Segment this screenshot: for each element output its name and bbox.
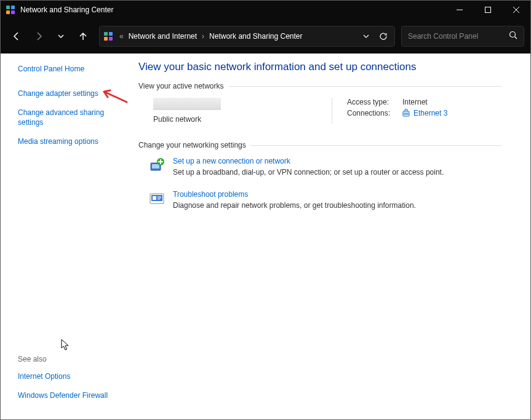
sidebar-advanced-link[interactable]: Change advanced sharing settings: [18, 108, 121, 127]
active-network-block: Public network Access type: Internet Con…: [138, 98, 501, 124]
breadcrumb-parent[interactable]: Network and Internet: [126, 31, 199, 42]
access-type-value: Internet: [402, 98, 428, 106]
page-title: View your basic network information and …: [138, 61, 501, 73]
search-box[interactable]: [401, 26, 524, 47]
location-icon: [103, 31, 113, 41]
sidebar: Control Panel Home Change adapter settin…: [1, 53, 130, 419]
sidebar-home-link[interactable]: Control Panel Home: [18, 65, 121, 74]
window-title: Network and Sharing Center: [20, 6, 445, 14]
recent-dropdown[interactable]: [51, 26, 71, 46]
see-also-label: See also: [18, 355, 121, 363]
minimize-button[interactable]: [445, 1, 474, 19]
maximize-button[interactable]: [474, 1, 502, 19]
svg-rect-2: [6, 10, 10, 14]
troubleshoot-icon: [148, 190, 166, 207]
svg-rect-8: [104, 32, 108, 36]
svg-rect-24: [153, 196, 156, 200]
window-controls: [445, 1, 530, 19]
sidebar-media-link[interactable]: Media streaming options: [18, 137, 121, 147]
sidebar-adapter-link[interactable]: Change adapter settings: [18, 89, 121, 99]
troubleshoot-link[interactable]: Troubleshoot problems: [173, 190, 416, 199]
svg-rect-9: [109, 32, 113, 36]
ethernet-icon: [402, 109, 410, 117]
breadcrumb-current[interactable]: Network and Sharing Center: [207, 31, 305, 42]
chevron-right-icon: ›: [202, 32, 204, 41]
sidebar-firewall-link[interactable]: Windows Defender Firewall: [18, 391, 121, 401]
main-panel: View your basic network information and …: [130, 53, 530, 419]
svg-rect-3: [11, 10, 15, 14]
back-button[interactable]: [7, 26, 26, 46]
close-button[interactable]: [502, 1, 530, 19]
search-input[interactable]: [408, 32, 509, 41]
content-area: Control Panel Home Change adapter settin…: [1, 53, 530, 419]
svg-rect-1: [11, 6, 15, 9]
active-networks-header: View your active networks: [138, 82, 501, 90]
search-icon[interactable]: [509, 31, 517, 42]
address-bar[interactable]: « Network and Internet › Network and Sha…: [99, 26, 395, 47]
breadcrumb-back-chevron[interactable]: «: [119, 32, 124, 41]
setup-connection-item: Set up a new connection or network Set u…: [138, 157, 501, 176]
refresh-button[interactable]: [376, 29, 391, 44]
svg-point-12: [510, 32, 516, 38]
svg-rect-10: [104, 37, 108, 41]
network-type: Public network: [153, 115, 332, 124]
change-settings-header: Change your networking settings: [138, 141, 501, 149]
sidebar-internet-options-link[interactable]: Internet Options: [18, 372, 121, 382]
access-type-label: Access type:: [347, 98, 402, 106]
network-name-redacted: [153, 98, 221, 110]
svg-rect-20: [152, 164, 159, 168]
app-icon: [6, 5, 15, 15]
svg-rect-0: [6, 6, 10, 9]
navigation-bar: « Network and Internet › Network and Sha…: [1, 19, 530, 53]
titlebar: Network and Sharing Center: [1, 1, 530, 19]
svg-rect-5: [485, 7, 491, 13]
setup-connection-desc: Set up a broadband, dial-up, or VPN conn…: [173, 168, 444, 176]
troubleshoot-desc: Diagnose and repair network problems, or…: [173, 201, 416, 210]
up-button[interactable]: [73, 26, 93, 46]
setup-connection-icon: [148, 157, 166, 174]
svg-rect-11: [109, 37, 113, 41]
connections-label: Connections:: [347, 109, 402, 117]
troubleshoot-item: Troubleshoot problems Diagnose and repai…: [138, 190, 501, 210]
setup-connection-link[interactable]: Set up a new connection or network: [173, 157, 444, 165]
address-dropdown[interactable]: [359, 29, 373, 44]
svg-line-13: [515, 37, 517, 39]
connection-link[interactable]: Ethernet 3: [402, 109, 447, 117]
forward-button[interactable]: [29, 26, 49, 46]
